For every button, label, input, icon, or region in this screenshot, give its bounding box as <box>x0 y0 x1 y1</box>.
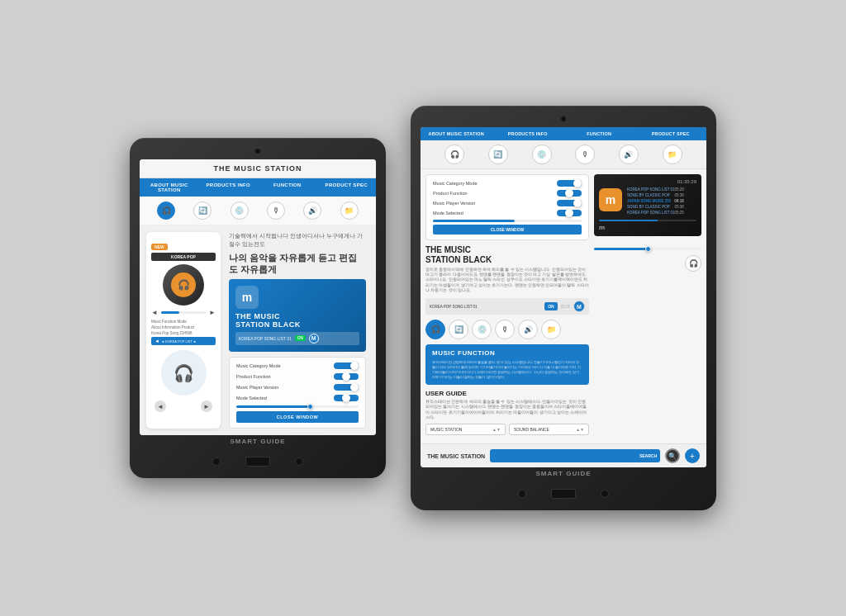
left-nav: ABOUT MUSIC STATION PRODUCTS INFO FUNCTI… <box>140 178 376 197</box>
icon-btn-speaker[interactable]: 🔊 <box>518 320 538 339</box>
setting-row-4: Mode Selected <box>236 395 359 401</box>
ug-controls: MUSIC STATION ▲▼ SOUND BALANCE ▲▼ <box>425 424 589 435</box>
right-tablet-btn-1 <box>518 490 526 498</box>
icon-btn-disc[interactable]: 💿 <box>472 320 492 339</box>
dp-m-logo: m <box>599 188 622 211</box>
rt-setting-4: Mode Selected <box>433 210 582 216</box>
icon-btn-folder[interactable]: 📁 <box>541 320 561 339</box>
user-guide: USER GUIDE 뮤직스테이션 간편하게 여러의 좋습을 볼 수 있는 시스… <box>425 390 589 438</box>
left-icon-headphone[interactable]: 🎧 <box>157 201 175 220</box>
left-icon-speaker[interactable]: 🔊 <box>303 201 321 220</box>
icon-btn-refresh[interactable]: 🔄 <box>449 320 468 339</box>
rt-setting-label-2: Product Function <box>433 191 468 196</box>
nav-about[interactable]: ABOUT MUSIC STATION <box>140 178 199 197</box>
dp-song-5: KOREA POP SONG LIST 0105:25 <box>627 210 684 216</box>
banner-title: THE MUSIC STATION BLACK <box>235 312 359 329</box>
rt-setting-1: Music Category Mode <box>433 180 582 187</box>
left-icon-folder[interactable]: 📁 <box>340 201 359 220</box>
right-tablet: ABOUT MUSIC STATION PRODUCTS INFO FUNCTI… <box>411 106 716 511</box>
left-arrow-btn[interactable]: ◄ <box>154 400 166 412</box>
rt-icon-speaker[interactable]: 🔊 <box>619 145 639 164</box>
rt-toggle-2[interactable] <box>557 190 582 197</box>
rt-slider[interactable] <box>433 220 582 222</box>
next-btn[interactable]: ► <box>209 309 216 316</box>
dp-song-4: SONG BY CLASSIC POP05:38 <box>627 204 684 210</box>
headphone-artwork: 🎧 <box>163 264 204 306</box>
toggle-2[interactable] <box>334 373 359 380</box>
left-tablet-btn-1 <box>212 457 221 466</box>
rt-toggle-3[interactable] <box>557 200 582 206</box>
music-station-select[interactable]: MUSIC STATION ▲▼ <box>425 424 506 435</box>
nav-spec[interactable]: PRODUCT SPEC <box>317 178 377 197</box>
rt-icon-refresh[interactable]: 🔄 <box>488 145 508 164</box>
close-window-btn[interactable]: CLOSE WINDOW <box>236 411 359 423</box>
setting-row-1: Music Category Mode <box>236 362 359 369</box>
rt-settings-panel: Music Category Mode Product Function Mus… <box>425 174 589 240</box>
speaker-icon: 🎧 <box>161 350 207 396</box>
left-icon-disc[interactable]: 💿 <box>231 201 249 220</box>
rt-nav-spec[interactable]: PRODUCT SPEC <box>635 127 707 140</box>
new-badge: NEW <box>151 244 168 250</box>
rt-setting-label-4: Mode Selected <box>433 211 463 216</box>
rt-nav-function[interactable]: FUNCTION <box>563 127 635 140</box>
right-arrow-btn[interactable]: ► <box>201 400 212 412</box>
right-left-col: Music Category Mode Product Function Mus… <box>425 174 589 439</box>
toggle-3[interactable] <box>334 384 359 391</box>
setting-label-2: Product Function <box>236 374 271 379</box>
rt-nav-products[interactable]: PRODUCTS INFO <box>492 127 564 140</box>
left-icon-refresh[interactable]: 🔄 <box>193 201 212 220</box>
rt-slider-controls: 🎧 <box>594 241 701 275</box>
rt-close-btn[interactable]: CLOSE WINDOW <box>433 225 582 235</box>
select-arrow-1: ▲▼ <box>492 427 501 432</box>
search-icon[interactable]: 🔍 <box>665 448 680 463</box>
song-label: KOREA POP SONG LIST 01 ON M <box>235 332 359 345</box>
rt-icon-headphone[interactable]: 🎧 <box>444 145 464 164</box>
slider-1[interactable] <box>236 405 359 408</box>
station-title: THE MUSIC STATION BLACK <box>425 245 589 265</box>
korea-pop-btn[interactable]: ◄ ◄ KOREA POP LIST ► <box>151 337 216 345</box>
mf-title: MUSIC FUNCTION <box>432 349 582 357</box>
station-black: THE MUSIC STATION BLACK 장치로 음원마이역에 인원하면 … <box>425 245 589 293</box>
korean-big-text: 나의 음악을 자유롭게 듣고 편집도 자유롭게 <box>229 252 366 276</box>
player-info-3: Korea Pop Song Z34598 <box>151 331 216 335</box>
right-smart-guide: SMART GUIDE <box>421 467 706 482</box>
headphone-inner-icon: 🎧 <box>171 272 196 297</box>
dp-progress[interactable] <box>599 220 696 221</box>
sound-balance-select[interactable]: SOUND BALANCE ▲▼ <box>509 424 589 435</box>
on-button[interactable]: ON <box>544 302 558 310</box>
dp-song-1: KOREA POP KONG LIST 0105:29 <box>627 187 684 192</box>
rt-icon-disc[interactable]: 💿 <box>532 145 552 164</box>
rt-toggle-4[interactable] <box>557 210 582 216</box>
rt-icon-headphone-2[interactable]: 🎧 <box>685 255 701 272</box>
plus-icon[interactable]: + <box>685 448 700 463</box>
m-badge: M <box>309 334 319 344</box>
rt-toggle-1[interactable] <box>557 180 582 187</box>
ft-title: THE MUSIC STATION <box>427 453 485 459</box>
left-settings-panel: Music Category Mode Product Function Mus… <box>229 357 366 429</box>
rt-footer: THE MUSIC STATION SEARCH 🔍 + <box>421 443 706 467</box>
nav-products[interactable]: PRODUCTS INFO <box>199 178 259 197</box>
player-controls: ◄ ► <box>151 309 216 316</box>
song-ctrl-text: KOREA POP SONG LIST 01 <box>430 305 541 309</box>
rt-icon-folder[interactable]: 📁 <box>663 145 682 164</box>
rt-icon-mic[interactable]: 🎙 <box>575 145 595 164</box>
m-logo: m <box>235 286 259 309</box>
toggle-4[interactable] <box>334 395 359 401</box>
left-tablet: THE MUSIC STATION ABOUT MUSIC STATION PR… <box>130 138 386 477</box>
mf-text: 뮤직스테이션 간편하게 여러의 좋습을 음악 받 수 있는 시스템입니다. 언들… <box>432 360 582 380</box>
toggle-1[interactable] <box>334 362 359 369</box>
rt-nav-about[interactable]: ABOUT MUSIC STATION <box>421 127 492 140</box>
m-circle[interactable]: M <box>573 301 585 312</box>
icon-btn-mic[interactable]: 🎙 <box>495 320 515 339</box>
icon-btns-row: 🎧 🔄 💿 🎙 🔊 📁 <box>425 320 589 339</box>
setting-label-1: Music Category Mode <box>236 363 281 368</box>
ft-search-bar[interactable]: SEARCH <box>490 449 660 462</box>
setting-label-3: Music Player Version <box>236 385 278 390</box>
icon-btn-headphone[interactable]: 🎧 <box>425 320 445 339</box>
nav-function[interactable]: FUNCTION <box>258 178 317 197</box>
left-icon-mic[interactable]: 🎙 <box>267 201 285 220</box>
left-title-bar: THE MUSIC STATION <box>140 159 376 178</box>
left-tablet-camera <box>254 148 261 154</box>
rt-slider-2[interactable] <box>594 248 701 250</box>
prev-btn[interactable]: ◄ <box>151 309 158 316</box>
